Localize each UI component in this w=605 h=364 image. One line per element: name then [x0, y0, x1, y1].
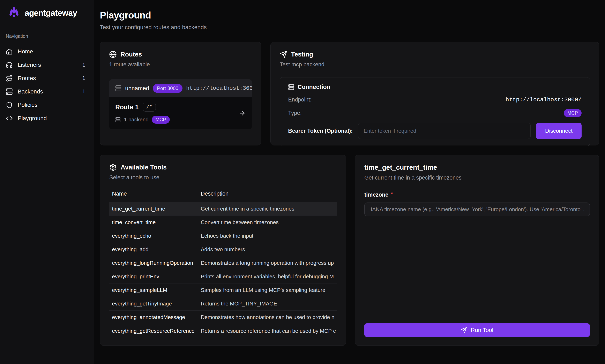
sidebar-item-playground[interactable]: Playground	[0, 112, 94, 125]
send-icon	[461, 327, 467, 333]
table-row[interactable]: everything_add Adds two numbers	[109, 243, 337, 256]
server-icon	[115, 117, 121, 122]
sidebar-item-routes[interactable]: Routes 1	[0, 71, 94, 85]
brand-name: agentgateway	[25, 8, 77, 18]
sidebar-nav: Navigation Home Listeners 1 Routes	[0, 26, 94, 130]
available-tools-card: Available Tools Select a tools to use Na…	[100, 155, 346, 346]
main-content: Playground Test your configured routes a…	[94, 0, 605, 346]
table-row[interactable]: everything_printEnv Prints all environme…	[109, 270, 337, 284]
bearer-token-label: Bearer Token (Optional):	[288, 128, 353, 134]
type-mcp-badge: MCP	[564, 109, 582, 117]
testing-card-title: Testing	[291, 51, 313, 58]
server-icon	[288, 84, 294, 90]
column-header-description: Description	[201, 191, 337, 197]
routes-card: Routes 1 route available unnamed Port 30…	[100, 42, 261, 145]
tool-description: Echoes back the input	[201, 233, 337, 239]
tool-name: time_get_current_time	[109, 206, 201, 212]
mcp-badge: MCP	[152, 116, 170, 124]
tool-name: everything_echo	[109, 233, 201, 239]
sidebar: agentgateway Navigation Home Listeners 1	[0, 0, 94, 364]
page-subtitle: Test your configured routes and backends	[100, 24, 599, 31]
table-row[interactable]: everything_annotatedMessage Demonstrates…	[109, 311, 337, 324]
sidebar-item-label: Listeners	[18, 62, 41, 68]
sidebar-item-policies[interactable]: Policies	[0, 98, 94, 112]
table-row[interactable]: everything_longRunningOperation Demonstr…	[109, 256, 337, 270]
count-badge: 1	[82, 62, 85, 68]
sidebar-item-label: Backends	[18, 88, 43, 95]
disconnect-button[interactable]: Disconnect	[536, 123, 582, 139]
port-badge: Port 3000	[153, 84, 183, 93]
route-info: Route 1 /* 1 backend MCP	[115, 103, 170, 124]
tool-description: Demonstrates how annotations can be used…	[201, 314, 337, 320]
tool-description: Get current time in a specific timezones	[201, 206, 337, 212]
table-row[interactable]: time_get_current_time Get current time i…	[109, 202, 337, 216]
sidebar-item-label: Playground	[18, 115, 47, 122]
server-icon	[6, 88, 13, 95]
tool-run-panel: time_get_current_time Get current time i…	[355, 155, 599, 346]
route-path-chip: /*	[143, 103, 156, 112]
connection-box: Connection Endpoint: http://localhost:30…	[280, 77, 590, 146]
listener-group: unnamed Port 3000 http://localhost:3000/…	[109, 79, 252, 129]
count-badge: 1	[82, 88, 85, 95]
tool-description: Samples from an LLM using MCP's sampling…	[201, 287, 337, 293]
arrow-right-icon	[238, 109, 246, 117]
tool-name: everything_printEnv	[109, 273, 201, 280]
tool-panel-title: time_get_current_time	[364, 164, 590, 171]
agentgateway-logo-icon	[7, 6, 21, 20]
route-row[interactable]: Route 1 /* 1 backend MCP	[109, 97, 252, 129]
listener-row: unnamed Port 3000 http://localhost:3000/	[109, 79, 252, 97]
code-icon	[6, 115, 13, 122]
bearer-token-input[interactable]	[358, 123, 531, 139]
timezone-input[interactable]	[364, 203, 590, 216]
tool-description: Convert time between timezones	[201, 219, 337, 226]
table-row[interactable]: everything_echo Echoes back the input	[109, 229, 337, 243]
route-name: Route 1	[115, 104, 139, 111]
tool-name: everything_annotatedMessage	[109, 314, 201, 320]
table-row[interactable]: time_convert_time Convert time between t…	[109, 216, 337, 229]
tools-table: Name Description time_get_current_time G…	[109, 191, 337, 338]
routes-card-subtitle: 1 route available	[109, 61, 252, 68]
table-body: time_get_current_time Get current time i…	[109, 202, 337, 338]
tool-name: everything_add	[109, 246, 201, 253]
listener-name: unnamed	[125, 85, 149, 92]
nav-divider	[2, 130, 94, 130]
run-tool-button[interactable]: Run Tool	[364, 323, 590, 337]
page-title: Playground	[100, 10, 599, 21]
type-label: Type:	[288, 110, 302, 116]
sidebar-item-label: Policies	[18, 102, 37, 108]
required-marker: *	[391, 191, 393, 197]
nav-section-label: Navigation	[6, 34, 94, 39]
sidebar-item-home[interactable]: Home	[0, 45, 94, 58]
nav-items: Home Listeners 1 Routes 1 Backe	[0, 45, 94, 125]
table-row[interactable]: everything_getTinyImage Returns the MCP_…	[109, 297, 337, 311]
connection-title: Connection	[298, 84, 330, 90]
tool-description: Returns the MCP_TINY_IMAGE	[201, 300, 337, 307]
route-icon	[6, 75, 13, 82]
column-header-name: Name	[109, 191, 201, 197]
tool-description: Prints all environment variables, helpfu…	[201, 273, 337, 280]
timezone-field-label: timezone	[364, 192, 388, 198]
tool-description: Demonstrates a long running operation wi…	[201, 260, 337, 266]
count-badge: 1	[82, 75, 85, 81]
tool-panel-subtitle: Get current time in a specific timezones	[364, 175, 590, 181]
sidebar-item-listeners[interactable]: Listeners 1	[0, 58, 94, 71]
route-backend-count: 1 backend	[124, 117, 149, 123]
testing-card: Testing Test mcp backend Connection Endp…	[270, 42, 599, 145]
sidebar-item-backends[interactable]: Backends 1	[0, 85, 94, 98]
tool-name: everything_getTinyImage	[109, 300, 201, 307]
table-row[interactable]: everything_sampleLLM Samples from an LLM…	[109, 284, 337, 297]
server-icon	[115, 85, 121, 91]
tool-name: everything_sampleLLM	[109, 287, 201, 293]
home-icon	[6, 48, 13, 55]
shield-icon	[6, 102, 13, 108]
send-icon	[280, 51, 287, 58]
routes-card-title: Routes	[120, 51, 142, 58]
tool-description: Returns a resource reference that can be…	[201, 328, 337, 334]
table-row[interactable]: everything_getResourceReference Returns …	[109, 324, 337, 338]
sidebar-item-label: Routes	[18, 75, 36, 81]
endpoint-value: http://localhost:3000/	[506, 97, 582, 103]
endpoint-label: Endpoint:	[288, 97, 312, 103]
testing-card-subtitle: Test mcp backend	[280, 61, 590, 68]
table-header: Name Description	[109, 191, 337, 202]
run-tool-label: Run Tool	[471, 327, 493, 333]
